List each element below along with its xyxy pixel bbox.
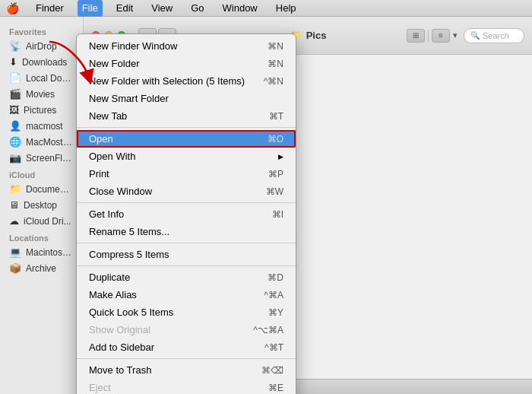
menubar-view[interactable]: View xyxy=(147,0,177,17)
sidebar-item-icloud-drive[interactable]: ☁ iCloud Dri... xyxy=(0,213,83,229)
screenflo-label: ScreenFlo... xyxy=(26,153,74,164)
menu-shortcut: ⌘W xyxy=(266,186,283,197)
menu-item-label: Add to Sidebar xyxy=(89,342,252,353)
desktop-icon: 🖥 xyxy=(9,199,19,211)
sidebar-item-desktop[interactable]: 🖥 Desktop xyxy=(0,197,83,213)
file-menu-dropdown: New Finder Window ⌘N New Folder ⌘N New F… xyxy=(76,33,296,394)
airdrop-label: AirDrop xyxy=(26,41,57,52)
sidebar-item-documents[interactable]: 📁 Document... xyxy=(0,181,83,197)
sidebar-item-macmost-user[interactable]: 👤 macmost xyxy=(0,118,83,134)
documents-icon: 📁 xyxy=(9,183,21,195)
menu-open[interactable]: Open ⌘O xyxy=(77,130,296,148)
menu-new-finder-window[interactable]: New Finder Window ⌘N xyxy=(77,37,296,55)
menubar-help[interactable]: Help xyxy=(271,0,301,17)
menu-close-window[interactable]: Close Window ⌘W xyxy=(77,183,296,200)
menu-item-label: Rename 5 Items... xyxy=(89,226,283,237)
menu-new-folder[interactable]: New Folder ⌘N xyxy=(77,55,296,72)
menubar-finder[interactable]: Finder xyxy=(31,0,68,17)
macintosh-icon: 💻 xyxy=(9,246,21,258)
menu-separator-3 xyxy=(77,243,296,243)
menu-separator-1 xyxy=(77,127,296,128)
menu-shortcut: ⌘N xyxy=(268,41,283,52)
menu-make-alias[interactable]: Make Alias ^⌘A xyxy=(77,286,296,303)
menu-item-label: Make Alias xyxy=(89,289,252,300)
view-list-btn[interactable]: ≡ xyxy=(432,29,450,43)
menubar-window[interactable]: Window xyxy=(218,0,262,17)
menu-shortcut: ⌘T xyxy=(269,111,283,122)
menu-separator-4 xyxy=(77,265,296,266)
menu-item-label: Get Info xyxy=(89,208,260,220)
macmost-label: MacMost I... xyxy=(26,137,74,148)
search-icon: 🔍 xyxy=(470,31,480,40)
menu-shortcut: ⌘E xyxy=(268,383,283,393)
menu-item-label: New Folder with Selection (5 Items) xyxy=(89,75,252,87)
sidebar-item-airdrop[interactable]: 📡 AirDrop xyxy=(0,38,83,54)
sidebar-item-macmost[interactable]: 🌐 MacMost I... xyxy=(0,134,83,150)
menu-shortcut: ⌘P xyxy=(268,169,283,180)
menubar-edit[interactable]: Edit xyxy=(112,0,138,17)
menu-shortcut: ^⌘A xyxy=(264,290,283,300)
menu-get-info[interactable]: Get Info ⌘I xyxy=(77,205,296,223)
menubar: 🍎 Finder File Edit View Go Window Help xyxy=(0,0,532,17)
menu-new-tab[interactable]: New Tab ⌘T xyxy=(77,107,296,125)
macintosh-label: Macintosh... xyxy=(26,247,74,258)
menu-duplicate[interactable]: Duplicate ⌘D xyxy=(77,268,296,286)
menu-open-with[interactable]: Open With xyxy=(77,148,296,165)
menu-item-label: New Smart Folder xyxy=(89,93,271,104)
sidebar-item-macintosh[interactable]: 💻 Macintosh... xyxy=(0,244,83,260)
menu-shortcut: ^⌥⌘A xyxy=(253,325,283,335)
airdrop-icon: 📡 xyxy=(9,40,21,52)
view-separator xyxy=(428,30,429,42)
menu-item-label: Duplicate xyxy=(89,272,255,283)
menu-shortcut: ⌘D xyxy=(268,272,283,283)
menu-compress[interactable]: Compress 5 Items xyxy=(77,246,296,263)
menu-item-label: Eject xyxy=(89,382,256,393)
sidebar-item-downloads[interactable]: ⬇ Downloads xyxy=(0,54,83,70)
menu-show-original: Show Original ^⌥⌘A xyxy=(77,321,296,338)
window-title-text: Pics xyxy=(306,30,327,41)
menu-rename[interactable]: Rename 5 Items... xyxy=(77,223,296,240)
menu-item-label: Quick Look 5 Items xyxy=(89,307,256,318)
menu-move-trash[interactable]: Move to Trash ⌘⌫ xyxy=(77,361,296,379)
macmost-icon: 🌐 xyxy=(9,136,21,148)
icloud-label: iCloud xyxy=(0,166,83,181)
apple-menu[interactable]: 🍎 xyxy=(6,2,19,14)
movies-label: Movies xyxy=(26,89,55,100)
menu-item-label: Move to Trash xyxy=(89,364,249,376)
menu-new-smart-folder[interactable]: New Smart Folder xyxy=(77,90,296,107)
view-controls: ⊞ ≡ ▾ xyxy=(407,29,458,43)
icloud-drive-icon: ☁ xyxy=(9,215,19,227)
menu-quick-look[interactable]: Quick Look 5 Items ⌘Y xyxy=(77,303,296,321)
menu-shortcut: ^⌘N xyxy=(264,76,283,87)
movies-icon: 🎬 xyxy=(9,88,21,100)
view-icon-btn[interactable]: ⊞ xyxy=(407,29,425,43)
macmost-user-label: macmost xyxy=(26,121,63,132)
menu-new-folder-selection[interactable]: New Folder with Selection (5 Items) ^⌘N xyxy=(77,72,296,90)
menu-add-sidebar[interactable]: Add to Sidebar ^⌘T xyxy=(77,338,296,356)
downloads-label: Downloads xyxy=(22,57,67,68)
sidebar-item-screenflo[interactable]: 📷 ScreenFlo... xyxy=(0,150,83,166)
menu-shortcut: ^⌘T xyxy=(264,342,283,353)
menubar-go[interactable]: Go xyxy=(186,0,208,17)
sidebar: Favorites 📡 AirDrop ⬇ Downloads 📄 Local … xyxy=(0,17,84,394)
sidebar-item-movies[interactable]: 🎬 Movies xyxy=(0,86,83,102)
menu-item-label: Close Window xyxy=(89,186,254,197)
menu-print[interactable]: Print ⌘P xyxy=(77,165,296,183)
menu-item-label: Print xyxy=(89,168,256,180)
sidebar-item-archive[interactable]: 📦 Archive xyxy=(0,260,83,276)
desktop-label: Desktop xyxy=(24,200,57,211)
main-area: Favorites 📡 AirDrop ⬇ Downloads 📄 Local … xyxy=(0,17,532,394)
menu-shortcut: ⌘⌫ xyxy=(261,365,283,376)
menu-open-label: Open xyxy=(89,133,255,145)
menu-open-shortcut: ⌘O xyxy=(268,134,283,145)
view-dropdown-btn[interactable]: ▾ xyxy=(453,30,458,40)
sidebar-item-localdoc[interactable]: 📄 Local Doc... xyxy=(0,70,83,86)
search-box[interactable]: 🔍 Search xyxy=(464,28,524,43)
menu-item-label: Open With xyxy=(89,151,278,162)
menu-item-label: New Folder xyxy=(89,58,255,69)
menu-item-label: New Tab xyxy=(89,110,257,122)
sidebar-item-pictures[interactable]: 🖼 Pictures xyxy=(0,102,83,118)
menubar-file[interactable]: File xyxy=(78,0,103,17)
localdoc-icon: 📄 xyxy=(9,72,21,84)
menu-item-label: New Finder Window xyxy=(89,40,255,52)
